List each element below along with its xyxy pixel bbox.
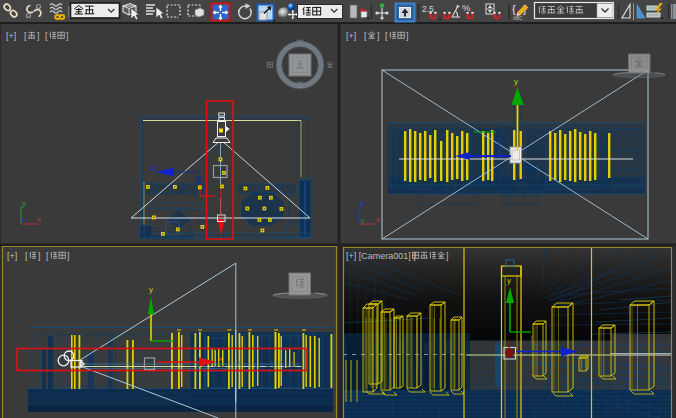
svg-text:]: ]: [446, 251, 449, 261]
svg-text:{: {: [512, 3, 516, 15]
svg-text:Z: Z: [151, 165, 156, 172]
svg-text:y: y: [149, 285, 153, 294]
svg-text:x: x: [37, 215, 41, 224]
svg-text:y: y: [22, 199, 26, 208]
svg-text:2.5: 2.5: [422, 4, 434, 14]
svg-text:]: ]: [67, 251, 70, 261]
svg-text:]: ]: [37, 31, 40, 41]
svg-text:]: ]: [406, 31, 409, 41]
svg-text:[+]: [+]: [346, 31, 356, 41]
svg-text:y: y: [507, 276, 511, 285]
svg-text:x: x: [376, 215, 380, 224]
svg-text:]: ]: [377, 31, 380, 41]
svg-text:[+]: [+]: [7, 251, 17, 261]
svg-text:%: %: [462, 2, 471, 13]
svg-text:y: y: [514, 77, 518, 86]
svg-text:ABC: ABC: [513, 16, 523, 21]
svg-text:[+] [Camera001] [: [+] [Camera001] [: [346, 251, 416, 261]
svg-text:[+]: [+]: [6, 31, 16, 41]
svg-text:]: ]: [38, 251, 41, 261]
svg-text:y: y: [361, 216, 365, 225]
svg-text:]: ]: [66, 31, 69, 41]
svg-text:z: z: [360, 199, 364, 208]
svg-text:z: z: [21, 215, 25, 224]
